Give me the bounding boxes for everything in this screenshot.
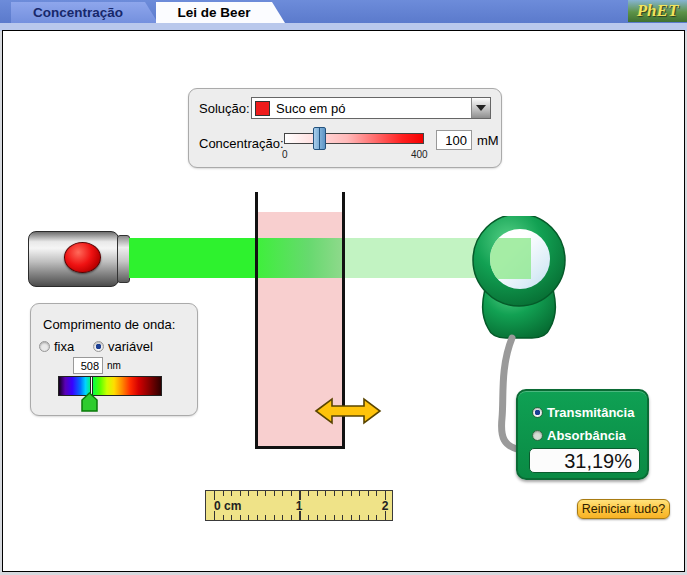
wavelength-panel-title: Comprimento de onda: (43, 317, 175, 332)
solution-dropdown[interactable]: Suco em pó (251, 97, 491, 119)
phet-logo-text: PhET (637, 1, 679, 21)
tab-concentracao[interactable]: Concentração (11, 2, 158, 23)
tab-lei-de-beer-label: Lei de Beer (178, 5, 251, 20)
wavelength-slider-handle[interactable] (81, 392, 98, 412)
ruler[interactable]: 0 cm 1 2 (205, 490, 393, 521)
wavelength-spectrum-track[interactable] (58, 376, 162, 396)
transmittance-radio[interactable]: Transmitância (532, 405, 634, 420)
radio-selected-icon (93, 341, 104, 352)
cuvette-bottom (255, 446, 345, 449)
concentration-value-field[interactable] (436, 130, 472, 150)
wavelength-variable-label: variável (108, 339, 153, 354)
solution-label: Solução: (199, 101, 250, 116)
absorbance-label: Absorbância (547, 428, 626, 443)
concentration-slider-handle[interactable] (313, 127, 326, 150)
chevron-down-icon (476, 105, 486, 111)
cuvette-width-drag-arrow[interactable] (314, 396, 382, 426)
light-beam-transmitted (343, 238, 480, 278)
wavelength-fixed-radio[interactable]: fixa (39, 339, 74, 354)
radio-icon (39, 341, 50, 352)
ruler-label-0: 0 cm (214, 499, 241, 513)
reset-all-button[interactable]: Reiniciar tudo? (577, 499, 670, 519)
wavelength-panel: Comprimento de onda: fixa variável nm (30, 303, 198, 416)
wavelength-fixed-label: fixa (54, 339, 74, 354)
reset-all-label: Reiniciar tudo? (582, 502, 665, 516)
detector-reading: 31,19% (529, 448, 640, 473)
ruler-label-2: 2 (382, 499, 389, 513)
light-source-power-button[interactable] (64, 242, 101, 273)
ruler-label-1: 1 (296, 499, 303, 513)
tab-concentracao-label: Concentração (33, 5, 123, 20)
tab-lei-de-beer[interactable]: Lei de Beer (156, 2, 285, 23)
solution-dropdown-value: Suco em pó (276, 101, 471, 116)
radio-selected-icon (532, 407, 543, 418)
slider-max-label: 400 (411, 149, 428, 160)
cuvette-wall-left (255, 192, 258, 449)
solution-panel: Solução: Suco em pó Concentração: 0 400 … (188, 88, 502, 168)
wavelength-value-field[interactable] (73, 357, 103, 374)
tab-bar: Concentração Lei de Beer PhET (0, 0, 687, 23)
solution-color-swatch (255, 101, 270, 116)
absorbance-radio[interactable]: Absorbância (532, 428, 626, 443)
dropdown-arrow-button[interactable] (471, 98, 490, 118)
wavelength-unit-label: nm (107, 360, 121, 371)
light-beam-in-solution (257, 238, 343, 278)
concentration-label: Concentração: (199, 136, 284, 151)
transmittance-label: Transmitância (547, 405, 634, 420)
slider-min-label: 0 (282, 149, 288, 160)
wavelength-variable-radio[interactable]: variável (93, 339, 153, 354)
detector-probe[interactable] (469, 216, 569, 342)
concentration-unit-label: mM (477, 133, 499, 148)
detector-display-panel: Transmitância Absorbância 31,19% (516, 389, 649, 480)
light-beam-incident (129, 238, 257, 278)
concentration-slider-track[interactable] (284, 133, 424, 144)
radio-icon (532, 430, 543, 441)
phet-logo: PhET (628, 0, 687, 22)
beers-law-lab-window: Concentração Lei de Beer PhET Solução: S… (0, 0, 687, 575)
